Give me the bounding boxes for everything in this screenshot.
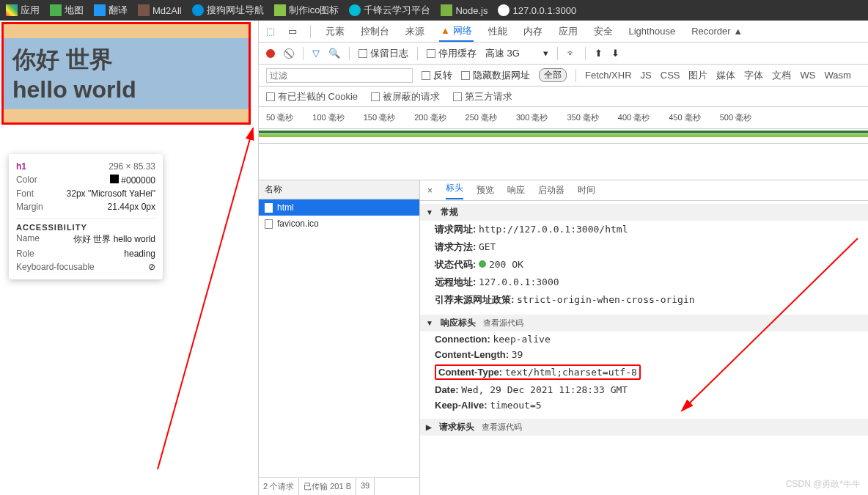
tab-security[interactable]: 安全 xyxy=(592,22,614,41)
tab-network[interactable]: ▲ 网络 xyxy=(439,21,474,42)
file-icon xyxy=(265,219,273,229)
section-general[interactable]: ▼常规 xyxy=(420,204,868,221)
bookmark-qianfeng[interactable]: 千锋云学习平台 xyxy=(349,4,430,17)
search-icon[interactable]: 🔍 xyxy=(328,48,340,59)
tab-elements[interactable]: 元素 xyxy=(324,22,346,41)
resp-contentlength: Content-Length: 39 xyxy=(420,347,868,362)
filter-icon[interactable]: ▽ xyxy=(312,48,320,59)
dtab-response[interactable]: 响应 xyxy=(507,184,525,197)
bookmark-translate[interactable]: 翻译 xyxy=(94,4,128,17)
close-icon[interactable]: × xyxy=(427,186,433,196)
dtab-headers[interactable]: 标头 xyxy=(446,182,463,199)
devtools-tabs: ⬚ ▭ 元素 控制台 来源 ▲ 网络 性能 内存 应用 安全 Lighthous… xyxy=(259,21,868,43)
network-toolbar: ▽ 🔍 保留日志 停用缓存 高速 3G ▾ ᯤ ⬆ ⬇ xyxy=(259,43,868,65)
upload-icon[interactable]: ⬆ xyxy=(595,48,603,59)
blocked-req-checkbox[interactable]: 被屏蔽的请求 xyxy=(371,90,440,103)
resp-contenttype: Content-Type: text/html;charset=utf-8 xyxy=(420,362,868,382)
dtab-preview[interactable]: 预览 xyxy=(477,184,494,197)
invert-checkbox[interactable]: 反转 xyxy=(422,69,452,82)
tab-lighthouse[interactable]: Lighthouse xyxy=(628,23,677,40)
resp-connection: Connection: keep-alive xyxy=(420,331,868,347)
bookmarks-bar: 应用 地图 翻译 Md2All 搜狗网址导航 制作ico图标 千锋云学习平台 N… xyxy=(0,0,868,21)
throttle-select[interactable]: 高速 3G ▾ xyxy=(485,47,548,60)
filter-all[interactable]: 全部 xyxy=(539,68,567,82)
view-source-link-req[interactable]: 查看源代码 xyxy=(482,422,522,433)
bookmark-md2all[interactable]: Md2All xyxy=(138,4,182,16)
reqlist-footer: 2 个请求已传输 201 B39 xyxy=(259,477,419,495)
filter-doc[interactable]: 文档 xyxy=(772,69,791,82)
tab-performance[interactable]: 性能 xyxy=(487,22,509,41)
filter-input[interactable] xyxy=(266,68,413,83)
timeline-overview[interactable] xyxy=(259,129,868,144)
network-filter-row: 反转 隐藏数据网址 全部 Fetch/XHR JS CSS 图片 媒体 字体 文… xyxy=(259,65,868,87)
file-icon xyxy=(265,203,273,213)
disable-cache-checkbox[interactable]: 停用缓存 xyxy=(427,47,477,60)
resp-date: Date: Wed, 29 Dec 2021 11:28:33 GMT xyxy=(420,382,868,397)
tab-sources[interactable]: 来源 xyxy=(404,22,426,41)
request-list: 名称 html favicon.ico 2 个请求已传输 201 B39 xyxy=(259,180,420,495)
hide-dataurl-checkbox[interactable]: 隐藏数据网址 xyxy=(461,69,530,82)
watermark: CSDN @勇敢*牛牛 xyxy=(786,478,861,491)
section-response-headers[interactable]: ▼响应标头查看源代码 xyxy=(420,315,868,331)
color-swatch xyxy=(110,175,119,183)
bookmark-localhost[interactable]: 127.0.0.1:3000 xyxy=(498,4,576,16)
kv-method: 请求方法: GET xyxy=(420,238,868,256)
tab-recorder[interactable]: Recorder ▲ xyxy=(690,23,744,40)
device-icon[interactable]: ▭ xyxy=(288,26,297,37)
wifi-icon[interactable]: ᯤ xyxy=(567,48,576,59)
bookmark-sogou[interactable]: 搜狗网址导航 xyxy=(192,4,264,17)
filter-js[interactable]: JS xyxy=(641,70,652,81)
detail-tabs: × 标头 预览 响应 启动器 时间 xyxy=(420,180,868,201)
kv-remote: 远程地址: 127.0.0.1:3000 xyxy=(420,274,868,291)
dtab-timing[interactable]: 时间 xyxy=(578,184,595,197)
clear-button[interactable] xyxy=(284,48,294,59)
blocked-cookie-checkbox[interactable]: 有已拦截的 Cookie xyxy=(266,90,358,103)
filter-img[interactable]: 图片 xyxy=(688,69,707,82)
tooltip-dimensions: 296 × 85.33 xyxy=(108,161,155,172)
section-request-headers[interactable]: ▶请求标头查看源代码 xyxy=(420,419,868,436)
tab-memory[interactable]: 内存 xyxy=(522,22,544,41)
element-tooltip: h1296 × 85.33 Color #000000 Font32px "Mi… xyxy=(9,154,163,279)
record-button[interactable] xyxy=(266,49,275,58)
kv-referrer: 引荐来源网址政策: strict-origin-when-cross-origi… xyxy=(420,291,868,309)
request-item-html[interactable]: html xyxy=(259,199,419,216)
tab-console[interactable]: 控制台 xyxy=(359,22,391,41)
filter-xhr[interactable]: Fetch/XHR xyxy=(585,70,632,81)
detail-pane: × 标头 预览 响应 启动器 时间 ▼常规 请求网址: http://127.0… xyxy=(420,180,868,495)
filter-media[interactable]: 媒体 xyxy=(716,69,735,82)
bookmark-ico[interactable]: 制作ico图标 xyxy=(274,4,339,17)
kv-url: 请求网址: http://127.0.0.1:3000/html xyxy=(420,221,868,238)
view-source-link[interactable]: 查看源代码 xyxy=(483,318,523,329)
tooltip-tagname: h1 xyxy=(16,161,26,172)
reqlist-header: 名称 xyxy=(259,180,419,199)
page-h1-line1: 你好 世界 xyxy=(12,44,240,76)
filter-font[interactable]: 字体 xyxy=(744,69,763,82)
page-viewport: 你好 世界 hello world h1296 × 85.33 Color #0… xyxy=(0,21,258,495)
tab-application[interactable]: 应用 xyxy=(557,22,579,41)
bookmark-nodejs[interactable]: Node.js xyxy=(441,4,488,16)
devtools-panel: ⬚ ▭ 元素 控制台 来源 ▲ 网络 性能 内存 应用 安全 Lighthous… xyxy=(258,21,868,495)
filter-css[interactable]: CSS xyxy=(661,70,680,81)
status-dot-icon xyxy=(479,260,486,268)
thirdparty-checkbox[interactable]: 第三方请求 xyxy=(453,90,512,103)
filter-wasm[interactable]: Wasm xyxy=(824,70,850,81)
kv-status: 状态代码: 200 OK xyxy=(420,256,868,274)
inspected-page-highlight: 你好 世界 hello world xyxy=(1,22,251,125)
page-h1-line2: hello world xyxy=(12,76,240,103)
bookmark-maps[interactable]: 地图 xyxy=(50,4,84,17)
dtab-initiator[interactable]: 启动器 xyxy=(538,184,564,197)
apps-icon[interactable]: 应用 xyxy=(6,4,40,17)
download-icon[interactable]: ⬇ xyxy=(611,48,619,59)
request-item-favicon[interactable]: favicon.ico xyxy=(259,216,419,232)
network-options-row: 有已拦截的 Cookie 被屏蔽的请求 第三方请求 xyxy=(259,87,868,107)
filter-ws[interactable]: WS xyxy=(800,70,815,81)
timeline-ruler[interactable]: 50 毫秒100 毫秒150 毫秒200 毫秒250 毫秒300 毫秒350 毫… xyxy=(259,107,868,129)
resp-keepalive: Keep-Alive: timeout=5 xyxy=(420,397,868,413)
preserve-log-checkbox[interactable]: 保留日志 xyxy=(358,47,408,60)
accessibility-header: ACCESSIBILITY xyxy=(16,218,155,232)
inspect-icon[interactable]: ⬚ xyxy=(266,26,275,37)
